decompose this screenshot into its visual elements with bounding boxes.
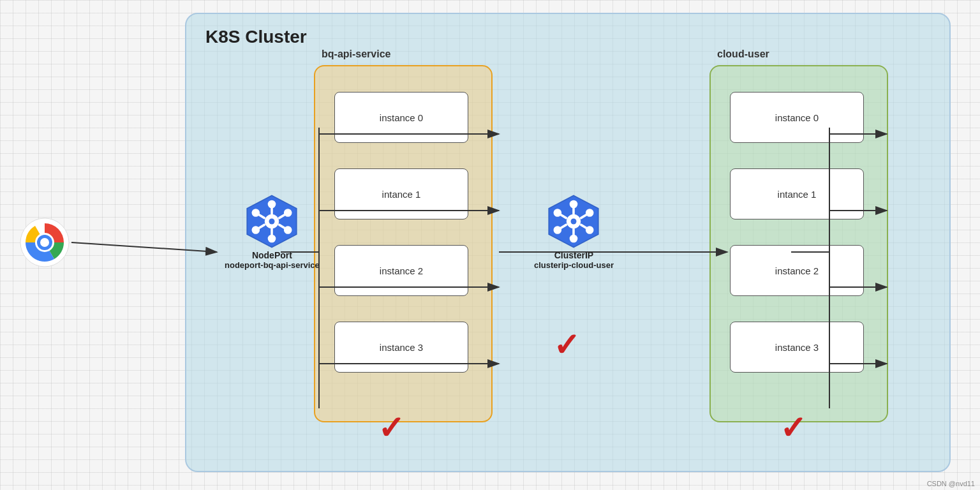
watermark: CSDN @nvd11 <box>927 480 975 487</box>
bq-instance-1: intance 1 <box>334 168 468 219</box>
cloud-user-label: cloud-user <box>717 48 769 60</box>
svg-point-2 <box>269 219 275 225</box>
bq-api-service-label: bq-api-service <box>322 48 390 60</box>
svg-point-11 <box>252 209 260 217</box>
bq-checkmark: ✓ <box>378 410 405 447</box>
nodeport-logo: NodePort nodeport-bq-api-service <box>225 193 320 270</box>
clusterip-checkmark: ✓ <box>553 327 580 364</box>
cloud-instance-2: instance 2 <box>730 245 864 296</box>
clusterip-label2: clusterip-cloud-user <box>534 260 614 270</box>
svg-point-10 <box>268 235 276 243</box>
svg-point-27 <box>586 209 594 217</box>
bq-api-service-box: bq-api-service instance 0 intance 1 inst… <box>314 65 493 422</box>
svg-point-28 <box>554 226 562 234</box>
k8s-cluster-box: K8S Cluster bq-api-service instance 0 in… <box>185 13 951 472</box>
cloud-instance-3: instance 3 <box>730 322 864 373</box>
cloud-instance-0: instance 0 <box>730 92 864 143</box>
bq-instance-0: instance 0 <box>334 92 468 143</box>
svg-point-24 <box>570 200 578 209</box>
cloud-checkmark: ✓ <box>780 410 806 447</box>
svg-point-26 <box>554 209 562 217</box>
nodeport-label2: nodeport-bq-api-service <box>225 260 320 270</box>
clusterip-label1: ClusterIP <box>554 250 593 260</box>
svg-point-13 <box>252 226 260 234</box>
svg-point-25 <box>570 235 578 243</box>
nodeport-label1: NodePort <box>252 250 292 260</box>
cloud-user-box: cloud-user instance 0 intance 1 instance… <box>709 65 888 422</box>
bq-instance-2: instance 2 <box>334 245 468 296</box>
svg-point-12 <box>284 209 292 217</box>
k8s-cluster-title: K8S Cluster <box>205 27 307 47</box>
nodeport-hex-icon <box>243 193 301 250</box>
svg-point-17 <box>571 219 577 225</box>
chrome-browser-icon <box>19 217 70 271</box>
clusterip-hex-icon <box>545 193 602 250</box>
bq-instance-3: instance 3 <box>334 322 468 373</box>
clusterip-logo: ClusterIP clusterip-cloud-user <box>534 193 614 270</box>
svg-point-14 <box>284 226 292 234</box>
cloud-instance-1: intance 1 <box>730 168 864 219</box>
svg-point-9 <box>268 200 276 209</box>
svg-point-33 <box>40 238 49 247</box>
svg-point-29 <box>586 226 594 234</box>
